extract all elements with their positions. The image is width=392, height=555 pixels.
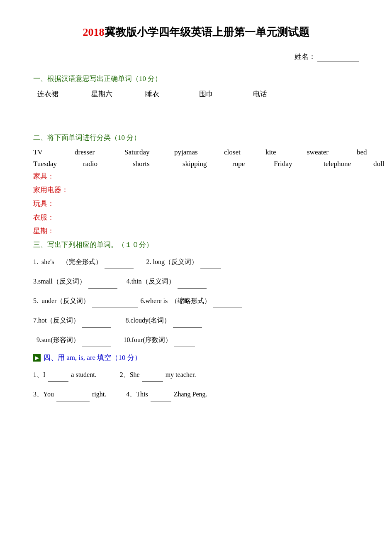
category-2: 家用电器： — [33, 185, 359, 195]
s3-num10: 10.four(序数词） — [124, 336, 172, 343]
section1-title: 一、根据汉语意思写出正确单词（10 分） — [33, 74, 359, 83]
s4-post2: my teacher. — [166, 371, 196, 378]
s4-blank1[interactable] — [48, 368, 68, 382]
s2-w3: Saturday — [124, 148, 174, 156]
category-3: 玩具： — [33, 199, 359, 208]
s4-post1: a student. — [71, 371, 96, 378]
s3-num3: 3.small（反义词） — [33, 278, 86, 285]
s2-w5: closet — [224, 148, 265, 156]
s4-post3: right. — [92, 391, 106, 398]
category-4: 衣服： — [33, 213, 359, 222]
s3-blank8[interactable] — [173, 314, 202, 328]
section2-row1: TV dresser Saturday pyjamas closet kite … — [33, 148, 359, 156]
s3-num5: 5. under（反义词） — [33, 297, 90, 304]
s2-r2-w8: doll — [373, 160, 392, 168]
section4-row1: 1、I a student. 2、She my teacher. — [33, 368, 359, 382]
section3-row2: 3.small（反义词） 4.thin（反义词） — [33, 275, 359, 289]
s2-r2-w1: Tuesday — [33, 160, 83, 168]
category-1: 家具： — [33, 171, 359, 181]
s4-blank2[interactable] — [142, 368, 163, 382]
s3-blank3[interactable] — [88, 275, 117, 289]
s3-num7: 7.hot（反义词） — [33, 317, 80, 324]
title-year: 2018 — [83, 26, 105, 38]
s3-num1: 1. she's — [33, 258, 61, 265]
section3-row3: 5. under（反义词） 6.where is （缩略形式） — [33, 294, 359, 308]
s3-num9: 9.sun(形容词） — [37, 336, 80, 343]
word-1: 连衣裙 — [37, 89, 66, 99]
s4-post4: Zhang Peng. — [174, 391, 207, 398]
section3-row1: 1. she's （完全形式） 2. long（反义词） — [33, 255, 359, 269]
s4-num1: 1、I — [33, 371, 45, 378]
s2-r2-w7: telephone — [324, 160, 373, 168]
name-field: 姓名： — [33, 52, 359, 61]
s3-num6: 6.where is （缩略形式） — [140, 297, 211, 304]
s2-r2-w3: shorts — [133, 160, 183, 168]
section4-title-text: 四、用 am, is, are 填空（10 分） — [44, 353, 141, 362]
section2-title: 二、将下面单词进行分类（10 分） — [33, 133, 359, 142]
section3-title: 三、写出下列相应的单词。（１０分） — [33, 240, 359, 249]
answer-blank-area-1 — [33, 104, 359, 129]
s2-w7: sweater — [307, 148, 357, 156]
s3-num4: 4.thin（反义词） — [127, 278, 175, 285]
s3-num2: 2. long（反义词） — [146, 258, 197, 265]
word-4: 围巾 — [199, 89, 228, 99]
page-title: 2018冀教版小学四年级英语上册第一单元测试题 — [33, 25, 359, 39]
s4-num3: 3、You — [33, 391, 54, 398]
s2-w4: pyjamas — [174, 148, 224, 156]
s2-w1: TV — [33, 148, 75, 156]
s2-r2-w5: rope — [232, 160, 274, 168]
s3-num8: 8.cloudy(名词） — [125, 317, 170, 324]
s3-hint1: （完全形式） — [62, 258, 102, 265]
s4-num4: 4、This — [126, 391, 148, 398]
section3-row5: 9.sun(形容词） 10.four(序数词） — [33, 333, 359, 347]
section2-row2: Tuesday radio shorts skipping rope Frida… — [33, 160, 359, 168]
category-5: 星期： — [33, 226, 359, 236]
s2-w8: bed — [357, 148, 392, 156]
s2-r2-w6: Friday — [274, 160, 324, 168]
section3-row4: 7.hot（反义词） 8.cloudy(名词） — [33, 314, 359, 328]
section4-header: ▶ 四、用 am, is, are 填空（10 分） — [33, 353, 359, 362]
s3-blank2[interactable] — [200, 255, 221, 269]
s2-w2: dresser — [75, 148, 124, 156]
s3-blank7[interactable] — [82, 314, 111, 328]
word-5: 电话 — [253, 89, 282, 99]
section1-words: 连衣裙 星期六 睡衣 围巾 电话 — [37, 89, 359, 99]
section4-row2: 3、You right. 4、This Zhang Peng. — [33, 388, 359, 401]
s2-r2-w2: radio — [83, 160, 133, 168]
s2-w6: kite — [265, 148, 307, 156]
s3-blank5[interactable] — [92, 294, 138, 308]
word-2: 星期六 — [91, 89, 120, 99]
s4-blank3[interactable] — [56, 388, 90, 401]
s2-r2-w4: skipping — [183, 160, 232, 168]
s3-blank6[interactable] — [213, 294, 242, 308]
name-underline — [317, 53, 359, 61]
s4-num2: 2、She — [120, 371, 140, 378]
section4-icon: ▶ — [33, 354, 41, 362]
s4-blank4[interactable] — [151, 388, 171, 401]
s3-blank10[interactable] — [174, 333, 195, 347]
word-3: 睡衣 — [145, 89, 174, 99]
name-label: 姓名： — [295, 53, 316, 61]
title-text: 冀教版小学四年级英语上册第一单元测试题 — [105, 26, 309, 38]
s3-blank9[interactable] — [82, 333, 111, 347]
s3-blank4[interactable] — [178, 275, 207, 289]
s3-blank1[interactable] — [105, 255, 134, 269]
